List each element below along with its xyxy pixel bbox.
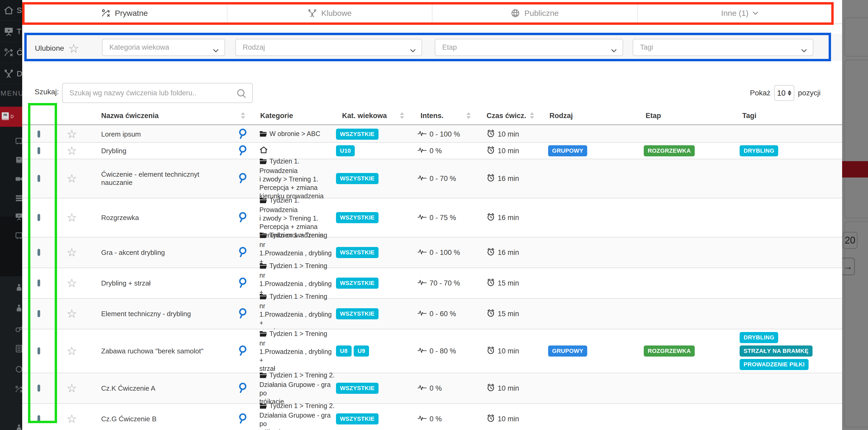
zoom-preview-icon[interactable] <box>238 247 247 258</box>
star-icon[interactable]: ☆ <box>68 42 79 54</box>
sidebar-item[interactable]: D <box>0 63 22 84</box>
table-row[interactable]: ☆Element techniczny - dryblingTydzien 1 … <box>22 299 842 329</box>
ring-icon[interactable] <box>15 365 22 374</box>
tab-publiczne[interactable]: Publiczne <box>432 3 638 24</box>
table-row[interactable]: ☆Drybling + strzałTydzien 1 > Trening nr… <box>22 268 842 299</box>
favorite-star-icon[interactable]: ☆ <box>67 145 77 157</box>
page-size-control: Pokaż 10 pozycji <box>750 85 820 101</box>
table-row[interactable]: ☆Cz.K Ćwiczenie ATydzien 1 > Trening 2.D… <box>22 373 842 404</box>
screen-icon[interactable] <box>15 212 22 221</box>
sidebar-item[interactable]: T <box>0 21 22 42</box>
sidebar-item-label: S <box>17 6 22 15</box>
table-row[interactable]: ☆Gra - akcent dryblingTydzien 1 > Trenin… <box>22 238 842 268</box>
background-counter-box[interactable]: 20 <box>843 232 858 249</box>
tab-inne-1-[interactable]: Inne (1) <box>638 3 842 24</box>
clock-icon <box>487 383 495 394</box>
favorites-toggle[interactable]: Ulubione ☆ <box>35 42 79 54</box>
favorite-star-icon[interactable]: ☆ <box>67 212 77 223</box>
column-header[interactable]: Kat. wiekowa <box>342 112 387 120</box>
globe-icon <box>510 8 520 18</box>
row-checkbox[interactable] <box>37 279 40 286</box>
person-icon[interactable] <box>15 304 22 313</box>
row-checkbox[interactable] <box>37 385 40 392</box>
exercise-name: Gra - akcent drybling <box>101 249 225 257</box>
intensity-cell: 70 - 70 % <box>417 279 460 288</box>
zoom-preview-icon[interactable] <box>238 128 247 140</box>
favorite-star-icon[interactable]: ☆ <box>67 128 77 140</box>
column-header: Rodzaj <box>550 112 573 120</box>
sidebar-item[interactable]: S <box>0 0 22 21</box>
column-header[interactable]: Nazwa ćwiczenia <box>101 112 159 120</box>
duration-cell: 15 min <box>487 278 519 288</box>
search-input[interactable] <box>62 83 253 103</box>
table-row[interactable]: ☆Ćwiczenie - element technicznyt nauczan… <box>22 159 842 198</box>
layers-icon[interactable] <box>15 194 22 203</box>
age-badge: WSZYSTKIE <box>336 413 378 425</box>
column-header[interactable]: Czas ćwicz. <box>487 112 526 120</box>
favorite-star-icon[interactable]: ☆ <box>67 173 77 184</box>
tactics-icon[interactable] <box>15 385 22 394</box>
row-checkbox[interactable] <box>37 214 40 221</box>
table-row[interactable]: ☆Lorem ipsumW obronie > ABCWSZYSTKIE0 - … <box>22 126 842 143</box>
person-icon[interactable] <box>15 424 22 430</box>
stepper-arrows-icon[interactable] <box>788 90 792 96</box>
book-icon[interactable] <box>15 156 22 165</box>
row-checkbox[interactable] <box>37 175 40 182</box>
list-icon[interactable] <box>15 344 22 354</box>
favorite-star-icon[interactable]: ☆ <box>67 277 77 289</box>
intensity-cell: 0 - 100 % <box>417 248 460 257</box>
row-checkbox[interactable] <box>37 130 40 137</box>
board-icon[interactable] <box>15 137 22 146</box>
row-checkbox[interactable] <box>37 249 40 256</box>
table-row[interactable]: ☆RozgrzewkaTydzien 1. Prowadzeniai zwody… <box>22 198 842 238</box>
row-checkbox[interactable] <box>37 347 40 355</box>
filter-select-etap[interactable]: Etap <box>435 39 623 56</box>
filter-select-kategoria-wiekowa[interactable]: Kategoria wiekowa <box>102 39 225 56</box>
table-row[interactable]: ☆DryblingU100 %10 minGRUPOWYROZGRZEWKADR… <box>22 143 842 159</box>
duration-value: 16 min <box>498 249 519 257</box>
duration-value: 15 min <box>498 279 519 287</box>
sort-arrows-icon[interactable] <box>400 112 404 119</box>
sort-arrows-icon[interactable] <box>530 112 534 119</box>
zoom-preview-icon[interactable] <box>238 145 247 157</box>
row-checkbox[interactable] <box>37 147 40 154</box>
row-checkbox[interactable] <box>37 415 40 422</box>
category-cell: Tydzien 1. Prowadzeniai zwody > Trening … <box>259 157 335 200</box>
board-icon[interactable] <box>15 232 22 240</box>
table-row[interactable]: ☆Cz.G Ćwiczenie BTydzien 1 > Trening 2.D… <box>22 404 842 430</box>
zoom-preview-icon[interactable] <box>238 277 247 289</box>
favorite-star-icon[interactable]: ☆ <box>67 413 77 425</box>
duration-cell: 10 min <box>487 146 519 156</box>
filter-select-rodzaj[interactable]: Rodzaj <box>235 39 422 56</box>
page-size-stepper[interactable]: 10 <box>774 85 794 101</box>
tab-klubowe[interactable]: Klubowe <box>227 3 433 24</box>
tab-prywatne[interactable]: Prywatne <box>22 3 227 24</box>
sort-arrows-icon[interactable] <box>241 112 245 119</box>
zoom-preview-icon[interactable] <box>238 173 247 184</box>
zoom-preview-icon[interactable] <box>238 345 247 357</box>
zoom-preview-icon[interactable] <box>238 382 247 394</box>
favorite-star-icon[interactable]: ☆ <box>67 382 77 394</box>
sidebar-item-label: T <box>17 27 21 36</box>
zoom-preview-icon[interactable] <box>238 308 247 319</box>
sort-arrows-icon[interactable] <box>466 112 471 119</box>
sidebar-item[interactable]: Ć <box>0 42 22 63</box>
type-badge: GRUPOWY <box>548 145 587 156</box>
category-cell: Tydzien 1 > Trening 2.Działania Grupowe … <box>259 401 335 430</box>
whistle-icon[interactable] <box>15 324 22 333</box>
sidebar-item-active[interactable]: D <box>0 107 22 127</box>
person-icon[interactable] <box>15 283 22 292</box>
row-checkbox[interactable] <box>37 310 40 317</box>
arrow-right-button[interactable]: → <box>842 258 855 275</box>
camera-icon[interactable] <box>15 175 22 184</box>
table-row[interactable]: ☆Zabawa ruchowa "berek samolot"Tydzien 1… <box>22 329 842 373</box>
favorite-star-icon[interactable]: ☆ <box>67 247 77 258</box>
column-header[interactable]: Intens. <box>421 112 443 120</box>
zoom-preview-icon[interactable] <box>238 212 247 223</box>
filter-select-tagi[interactable]: Tagi <box>633 39 813 56</box>
zoom-preview-icon[interactable] <box>238 413 247 425</box>
favorite-star-icon[interactable]: ☆ <box>67 308 77 319</box>
favorite-star-icon[interactable]: ☆ <box>67 345 77 357</box>
chevron-down-icon <box>213 46 219 54</box>
duration-value: 15 min <box>498 310 519 318</box>
